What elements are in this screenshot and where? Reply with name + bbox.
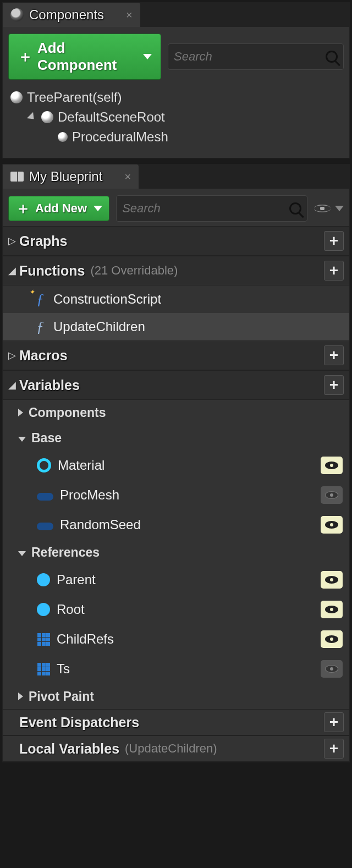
function-item-constructionscript[interactable]: ƒ ConstructionScript [3, 285, 349, 313]
expand-icon [18, 551, 26, 556]
functions-section-header[interactable]: ◢ Functions (21 Overridable) + [3, 256, 349, 285]
variables-title: Variables [19, 377, 80, 393]
tree-child-row[interactable]: ProceduralMesh [3, 127, 349, 147]
variables-section-header[interactable]: ◢ Variables + [3, 370, 349, 400]
my-blueprint-panel: My Blueprint × ＋ Add New ▷ Graphs + ◢ Fu… [2, 164, 350, 762]
variable-label: Root [57, 602, 85, 617]
variable-root[interactable]: Root [3, 595, 349, 624]
visibility-toggle[interactable] [321, 516, 343, 534]
variables-pivotpaint-group[interactable]: Pivot Paint [3, 684, 349, 709]
components-tab-title: Components [29, 7, 104, 23]
functions-subtitle: (21 Overridable) [90, 263, 178, 278]
components-tree: TreeParent(self) DefaultSceneRoot Proced… [3, 84, 349, 158]
variables-references-group[interactable]: References [3, 540, 349, 565]
eye-icon [325, 606, 338, 613]
view-options-button[interactable] [314, 204, 344, 213]
visibility-toggle[interactable] [321, 486, 343, 504]
add-new-button[interactable]: ＋ Add New [8, 196, 109, 221]
blueprint-search[interactable] [116, 195, 307, 222]
visibility-toggle[interactable] [321, 601, 343, 618]
visibility-toggle[interactable] [321, 457, 343, 474]
variable-material[interactable]: Material [3, 451, 349, 480]
visibility-toggle[interactable] [321, 660, 343, 678]
add-local-variable-button[interactable]: + [324, 739, 344, 759]
add-component-button[interactable]: ＋ Add Component [8, 34, 161, 80]
variable-label: Parent [57, 572, 96, 587]
book-icon [10, 172, 24, 182]
expand-icon [18, 693, 23, 700]
close-icon[interactable]: × [126, 9, 133, 21]
blueprint-search-input[interactable] [122, 201, 289, 216]
components-tab-bar: Components × [3, 3, 349, 27]
local-variables-subtitle: (UpdateChildren) [125, 741, 217, 756]
add-event-dispatcher-button[interactable]: + [324, 712, 344, 732]
variable-procmesh[interactable]: ProcMesh [3, 480, 349, 510]
components-toolbar: ＋ Add Component [3, 27, 349, 84]
function-item-updatechildren[interactable]: ƒ UpdateChildren [3, 313, 349, 340]
variable-parent[interactable]: Parent [3, 565, 349, 595]
array-icon [37, 633, 50, 646]
function-label: ConstructionScript [53, 292, 161, 307]
expand-icon: ◢ [8, 265, 16, 277]
graphs-section-header[interactable]: ▷ Graphs + [3, 226, 349, 256]
visibility-toggle[interactable] [321, 630, 343, 648]
chevron-down-icon [94, 206, 102, 211]
object-icon [37, 603, 50, 616]
tree-child-label: ProceduralMesh [72, 129, 168, 145]
chevron-down-icon [143, 54, 152, 59]
add-graph-button[interactable]: + [324, 231, 344, 251]
macros-title: Macros [19, 348, 68, 364]
visibility-toggle[interactable] [321, 571, 343, 589]
eye-icon [325, 576, 338, 584]
plus-icon: ＋ [15, 201, 31, 216]
variable-randomseed[interactable]: RandomSeed [3, 510, 349, 540]
search-icon [289, 202, 301, 215]
expand-icon[interactable] [27, 112, 37, 122]
variable-ts[interactable]: Ts [3, 654, 349, 684]
close-icon[interactable]: × [124, 171, 131, 183]
variables-components-group[interactable]: Components [3, 400, 349, 425]
add-variable-button[interactable]: + [324, 375, 344, 395]
group-label: References [31, 545, 100, 560]
expand-icon: ◢ [8, 379, 16, 391]
components-panel: Components × ＋ Add Component TreeParent(… [2, 2, 350, 158]
eye-icon [325, 462, 338, 469]
eye-icon [325, 491, 338, 499]
blueprint-tab[interactable]: My Blueprint × [3, 164, 139, 189]
chevron-down-icon [335, 206, 344, 211]
components-tab[interactable]: Components × [3, 3, 140, 27]
local-variables-title: Local Variables [19, 741, 119, 757]
components-search[interactable] [168, 43, 344, 70]
event-dispatchers-title: Event Dispatchers [19, 715, 139, 730]
event-dispatchers-section-header[interactable]: Event Dispatchers + [3, 709, 349, 735]
group-label: Components [29, 405, 106, 420]
ring-icon [37, 458, 51, 473]
pill-icon [37, 523, 53, 530]
tree-scene-root-label: DefaultSceneRoot [58, 109, 165, 125]
tree-root-label: TreeParent(self) [27, 90, 122, 105]
tree-root-row[interactable]: TreeParent(self) [3, 87, 349, 107]
group-label: Pivot Paint [29, 689, 94, 704]
variables-base-group[interactable]: Base [3, 425, 349, 451]
macros-section-header[interactable]: ▷ Macros + [3, 340, 349, 370]
add-new-label: Add New [35, 201, 87, 216]
variable-label: ChildRefs [57, 631, 114, 647]
add-component-label: Add Component [37, 40, 136, 74]
search-icon [326, 51, 338, 63]
expand-icon: ▷ [8, 349, 16, 361]
variable-childrefs[interactable]: ChildRefs [3, 624, 349, 654]
add-function-button[interactable]: + [324, 261, 344, 281]
eye-icon [314, 205, 331, 212]
expand-icon [18, 437, 26, 442]
components-search-input[interactable] [174, 50, 326, 64]
functions-title: Functions [19, 263, 85, 279]
object-icon [37, 573, 50, 586]
actor-icon [10, 8, 24, 21]
eye-icon [325, 665, 338, 673]
eye-icon [325, 635, 338, 643]
tree-scene-root-row[interactable]: DefaultSceneRoot [3, 107, 349, 127]
sphere-icon [10, 91, 23, 103]
local-variables-section-header[interactable]: Local Variables (UpdateChildren) + [3, 735, 349, 762]
add-macro-button[interactable]: + [324, 345, 344, 365]
graphs-title: Graphs [19, 233, 68, 249]
